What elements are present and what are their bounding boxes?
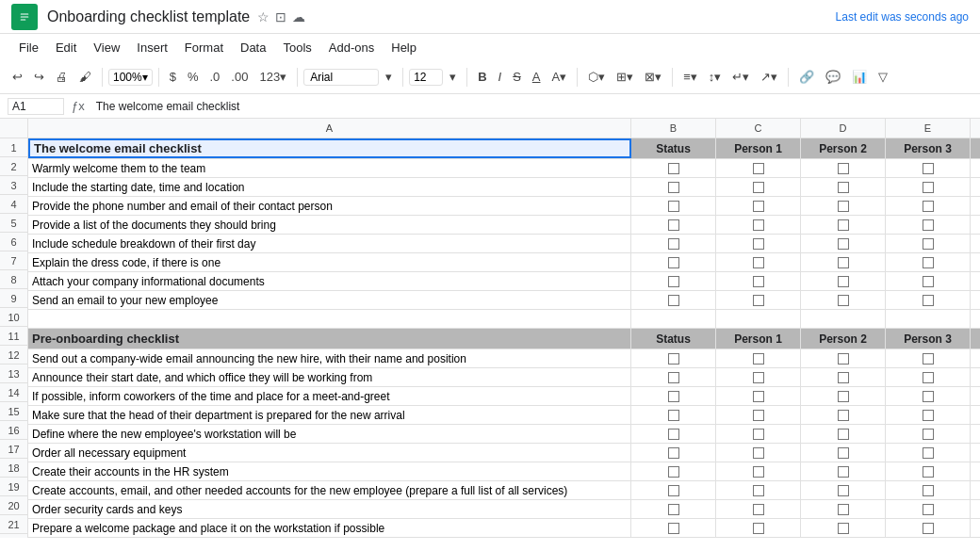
checkbox[interactable] — [668, 238, 679, 250]
data-cell-b[interactable] — [631, 310, 716, 328]
checkbox[interactable] — [838, 295, 849, 306]
data-cell-a[interactable]: Provide a list of the documents they sho… — [28, 216, 631, 234]
data-cell-e[interactable] — [886, 444, 971, 462]
paint-format-button[interactable]: 🖌 — [74, 67, 96, 87]
checkbox[interactable] — [753, 295, 764, 306]
checkbox[interactable] — [668, 276, 679, 287]
data-cell-d[interactable] — [801, 178, 886, 196]
data-cell-e[interactable] — [886, 253, 971, 271]
filter-button[interactable]: ▽ — [874, 67, 892, 87]
data-cell-d[interactable] — [801, 444, 886, 462]
data-cell-e[interactable] — [886, 406, 971, 424]
formula-content[interactable]: The welcome email checklist — [92, 99, 972, 114]
font-size-input[interactable] — [409, 69, 443, 86]
data-cell-b[interactable] — [631, 159, 716, 177]
checkbox[interactable] — [838, 447, 849, 459]
decimal-decrease-button[interactable]: .0 — [205, 67, 225, 87]
checkbox[interactable] — [668, 353, 679, 365]
rotate-button[interactable]: ↗▾ — [756, 67, 782, 87]
data-cell-c[interactable] — [716, 310, 801, 328]
checkbox[interactable] — [838, 182, 849, 193]
data-cell-e[interactable] — [886, 272, 971, 290]
checkbox[interactable] — [668, 372, 679, 383]
menu-insert[interactable]: Insert — [129, 38, 175, 57]
data-cell-a[interactable]: Order all necessary equipment — [28, 444, 631, 462]
text-color-button[interactable]: A▾ — [547, 67, 571, 87]
merge-button[interactable]: ⊠▾ — [640, 67, 666, 87]
checkbox[interactable] — [668, 295, 679, 306]
bold-button[interactable]: B — [473, 67, 491, 87]
col-header-c[interactable]: C — [716, 119, 801, 138]
checkbox[interactable] — [923, 391, 934, 402]
col-header-e[interactable]: E — [886, 119, 971, 138]
data-cell-a[interactable]: Attach your company informational docume… — [28, 272, 631, 290]
col-header-b[interactable]: B — [631, 119, 716, 138]
data-cell-a[interactable]: Send an email to your new employee — [28, 291, 631, 309]
data-cell-b[interactable] — [631, 519, 716, 537]
data-cell-d[interactable] — [801, 387, 886, 405]
data-cell-a[interactable]: Create accounts, email, and other needed… — [28, 481, 631, 499]
data-cell-d[interactable] — [801, 406, 886, 424]
data-cell-b[interactable] — [631, 349, 716, 367]
checkbox[interactable] — [668, 391, 679, 402]
data-cell-c[interactable] — [716, 481, 801, 499]
data-cell-b[interactable] — [631, 272, 716, 290]
data-cell-d[interactable] — [801, 349, 886, 367]
data-cell-a[interactable]: Include schedule breakdown of their firs… — [28, 235, 631, 252]
data-cell-d[interactable] — [801, 519, 886, 537]
data-cell-d[interactable] — [801, 310, 886, 328]
menu-data[interactable]: Data — [233, 38, 273, 57]
data-cell-a[interactable]: Prepare a welcome package and place it o… — [28, 519, 631, 537]
data-cell-d[interactable] — [801, 272, 886, 290]
menu-edit[interactable]: Edit — [48, 38, 84, 57]
decimal-increase-button[interactable]: .00 — [226, 67, 253, 87]
header-cell-a[interactable]: Pre-onboarding checklist — [28, 329, 631, 348]
fill-color-button[interactable]: ⬡▾ — [583, 67, 610, 87]
checkbox[interactable] — [838, 504, 849, 515]
checkbox[interactable] — [753, 410, 764, 421]
data-cell-d[interactable] — [801, 500, 886, 518]
data-cell-c[interactable] — [716, 444, 801, 462]
checkbox[interactable] — [668, 201, 679, 212]
percent-button[interactable]: % — [183, 67, 204, 87]
checkbox[interactable] — [923, 163, 934, 174]
checkbox[interactable] — [838, 238, 849, 250]
last-edit-link[interactable]: Last edit was seconds ago — [836, 10, 969, 24]
menu-view[interactable]: View — [86, 38, 127, 57]
print-button[interactable]: 🖨 — [51, 67, 73, 87]
checkbox[interactable] — [923, 523, 934, 534]
checkbox[interactable] — [753, 504, 764, 515]
data-cell-e[interactable] — [886, 178, 971, 196]
checkbox[interactable] — [923, 201, 934, 212]
data-cell-b[interactable] — [631, 235, 716, 252]
checkbox[interactable] — [753, 201, 764, 212]
data-cell-e[interactable] — [886, 387, 971, 405]
data-cell-d[interactable] — [801, 159, 886, 177]
font-chevron[interactable]: ▾ — [381, 67, 397, 87]
data-cell-e[interactable] — [886, 462, 971, 480]
data-cell-e[interactable] — [886, 481, 971, 499]
italic-button[interactable]: I — [494, 67, 507, 87]
data-cell-c[interactable] — [716, 178, 801, 196]
checkbox[interactable] — [753, 523, 764, 534]
checkbox[interactable] — [753, 372, 764, 383]
checkbox[interactable] — [668, 219, 679, 231]
data-cell-a[interactable]: Provide the phone number and email of th… — [28, 197, 631, 215]
font-size-chevron[interactable]: ▾ — [445, 67, 461, 87]
checkbox[interactable] — [923, 257, 934, 268]
data-cell-e[interactable] — [886, 500, 971, 518]
data-cell-a[interactable]: Order security cards and keys — [28, 500, 631, 518]
underline-button[interactable]: A — [528, 67, 546, 87]
checkbox[interactable] — [668, 504, 679, 515]
data-cell-d[interactable] — [801, 253, 886, 271]
format-123-button[interactable]: 123▾ — [254, 67, 291, 87]
data-cell-b[interactable] — [631, 500, 716, 518]
checkbox[interactable] — [668, 163, 679, 174]
data-cell-d[interactable] — [801, 425, 886, 443]
col-header-a[interactable]: A — [28, 119, 631, 138]
data-cell-d[interactable] — [801, 216, 886, 234]
data-cell-c[interactable] — [716, 159, 801, 177]
data-cell-e[interactable] — [886, 235, 971, 252]
checkbox[interactable] — [668, 523, 679, 534]
data-cell-a[interactable]: If possible, inform coworkers of the tim… — [28, 387, 631, 405]
